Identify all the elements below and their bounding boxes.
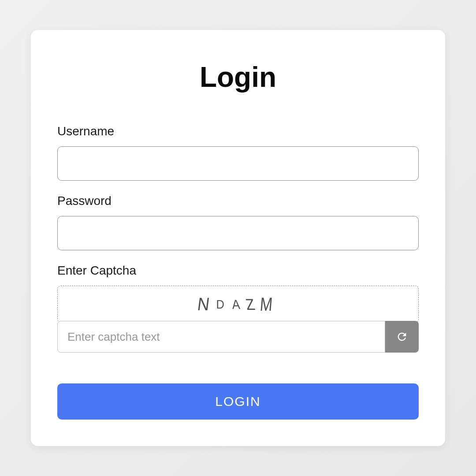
captcha-group: Enter Captcha NDAZM: [57, 264, 419, 353]
captcha-label: Enter Captcha: [57, 264, 419, 278]
username-input[interactable]: [57, 146, 419, 181]
captcha-display: NDAZM: [57, 286, 419, 323]
captcha-input[interactable]: [57, 321, 385, 353]
username-group: Username: [57, 124, 419, 181]
password-input[interactable]: [57, 216, 419, 250]
refresh-captcha-button[interactable]: [385, 321, 419, 353]
password-group: Password: [57, 194, 419, 250]
captcha-challenge-text: NDAZM: [198, 295, 278, 314]
username-label: Username: [57, 124, 419, 138]
login-button[interactable]: LOGIN: [57, 383, 419, 420]
page-title: Login: [57, 61, 419, 93]
refresh-icon: [396, 331, 408, 343]
password-label: Password: [57, 194, 419, 208]
login-card: Login Username Password Enter Captcha ND…: [31, 30, 445, 446]
captcha-input-row: [57, 321, 419, 353]
